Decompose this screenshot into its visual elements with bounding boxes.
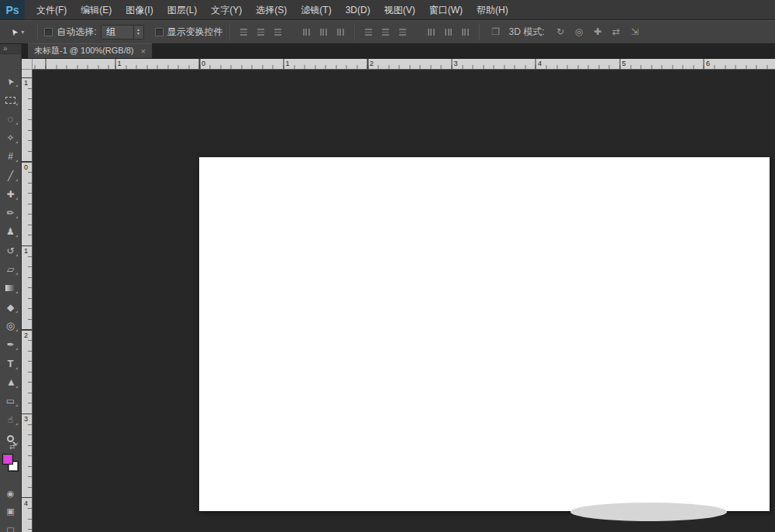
ruler-label: 1 [24,247,28,255]
document-area: 未标题-1 @ 100%(RGB/8) × 10123456 101234 [22,44,775,532]
align-group-horizontal [299,25,348,39]
separator [229,23,230,40]
tool-icon: ↺ [6,246,14,256]
align-top-edges-button[interactable] [236,25,251,39]
tool-icon: ✒ [6,340,14,349]
tool-icon: ◎ [6,321,15,331]
distribute-right-edges-button[interactable] [458,25,473,39]
rectangle-tool[interactable]: ▭ [0,393,21,410]
auto-select-option[interactable]: 自动选择: [44,26,96,39]
separator [354,23,355,40]
auto-align-layers-button[interactable]: ❐ [486,25,506,39]
move-tool-preset[interactable]: ➤ ▾ [8,26,27,39]
distribute-left-edges-button[interactable] [424,25,439,39]
stepper-down-icon: ▼ [136,32,140,36]
ruler-label: 1 [118,60,122,67]
mode-3d-label: 3D 模式: [509,26,545,39]
tool-icon [7,435,14,442]
tool-icon: ♟ [6,227,15,236]
tool-icon: ◌ [8,114,14,124]
menu-item[interactable]: 文件(F) [29,0,74,20]
group-select-dropdown[interactable]: 组 ▲ ▼ [101,25,144,39]
swap-colors-icon[interactable]: ⇄ [9,443,16,451]
quick-mask-button[interactable]: ◉ [0,486,21,501]
3d-zoom-camera-button[interactable]: ⇲ [627,25,643,39]
ruler-corner[interactable] [22,59,33,70]
pen-tool[interactable]: ✒ [0,336,21,353]
tab-close-icon[interactable]: × [141,46,146,56]
3d-slide-camera-button[interactable]: ⇄ [608,25,625,39]
distribute-horizontal-centers-button[interactable] [441,25,456,39]
screen-mode-alt-button[interactable]: ▢ [0,522,21,532]
menu-item[interactable]: 滤镜(T) [294,0,338,20]
menu-item[interactable]: 帮助(H) [470,0,515,20]
document-canvas[interactable] [199,157,770,511]
distribute-group-vertical [361,25,410,39]
menu-item[interactable]: 窗口(W) [422,0,470,20]
separator [37,23,38,40]
quick-selection-tool[interactable]: ✧ [0,129,21,146]
tool-icon: ◆ [7,303,14,312]
ruler-label: 1 [24,79,28,87]
align-left-edges-button[interactable] [299,25,314,39]
crop-tool[interactable]: # [0,148,21,165]
menu-item[interactable]: 视图(V) [377,0,422,20]
eraser-tool[interactable]: ▱ [0,261,21,278]
collapse-tools-icon[interactable]: » [0,44,21,54]
tool-icon: ➤ [5,76,16,87]
mode-3d-group: ↻◎✚⇄⇲ [553,25,643,39]
rectangular-marquee-tool[interactable] [0,91,21,108]
menu-item[interactable]: 3D(D) [339,0,377,20]
dodge-tool[interactable]: ◎ [0,317,21,335]
horizontal-ruler[interactable]: 10123456 [33,59,775,70]
3d-pan-camera-button[interactable]: ✚ [590,25,606,39]
tool-icon: ✏ [6,208,14,218]
move-tool[interactable]: ➤ [0,73,21,90]
menu-item[interactable]: 文字(Y) [204,0,249,20]
distribute-bottom-edges-button[interactable] [395,25,410,39]
3d-rotate-camera-button[interactable]: ↻ [553,25,569,39]
ruler-label: 2 [24,331,28,339]
path-selection-tool[interactable]: ▶ [0,374,21,391]
ruler-label: 6 [706,60,710,67]
tool-icon: ╱ [8,171,13,180]
menu-item[interactable]: 图像(I) [119,0,160,20]
align-right-edges-button[interactable] [333,25,348,39]
spot-healing-brush-tool[interactable]: ✚ [0,186,21,203]
menu-item[interactable]: 图层(L) [160,0,205,20]
tool-icon: ▶ [6,379,14,386]
distribute-group-horizontal [424,25,473,39]
type-tool[interactable]: T [0,355,21,372]
show-transform-option[interactable]: 显示变换控件 [155,26,223,39]
dropdown-stepper-icon[interactable]: ▲ ▼ [133,26,143,39]
vertical-ruler[interactable]: 101234 [22,70,33,532]
align-bottom-edges-button[interactable] [270,25,285,39]
foreground-color-swatch[interactable] [2,454,13,465]
screen-mode-button[interactable]: ▣ [0,504,21,520]
lasso-tool[interactable]: ◌ [0,111,21,128]
distribute-vertical-centers-button[interactable] [378,25,393,39]
document-tab[interactable]: 未标题-1 @ 100%(RGB/8) × [28,43,153,58]
eyedropper-tool[interactable]: ╱ [0,167,21,184]
tool-icon [5,285,16,291]
menu-item[interactable]: 选择(S) [249,0,294,20]
tools-panel: » ➤ ◌ ✧ # ╱ ✚ ✏ ♟ ↺ ▱ [0,44,22,532]
brush-tool[interactable]: ✏ [0,204,21,221]
align-horizontal-centers-button[interactable] [316,25,331,39]
hand-tool[interactable]: ☝ [0,411,21,428]
tool-icon: T [8,359,14,369]
auto-select-checkbox[interactable] [44,28,53,36]
blur-tool[interactable]: ◆ [0,299,21,316]
clone-stamp-tool[interactable]: ♟ [0,223,21,240]
distribute-top-edges-button[interactable] [361,25,376,39]
align-vertical-centers-button[interactable] [253,25,268,39]
tool-icon: ☝ [8,415,13,424]
history-brush-tool[interactable]: ↺ [0,242,21,259]
show-transform-checkbox[interactable] [155,28,164,36]
auto-select-label: 自动选择: [57,26,96,39]
3d-roll-camera-button[interactable]: ◎ [571,25,587,39]
pasteboard[interactable] [33,70,775,532]
move-tool-icon: ➤ [9,26,21,37]
menu-item[interactable]: 编辑(E) [74,0,119,20]
gradient-tool[interactable] [0,280,21,297]
